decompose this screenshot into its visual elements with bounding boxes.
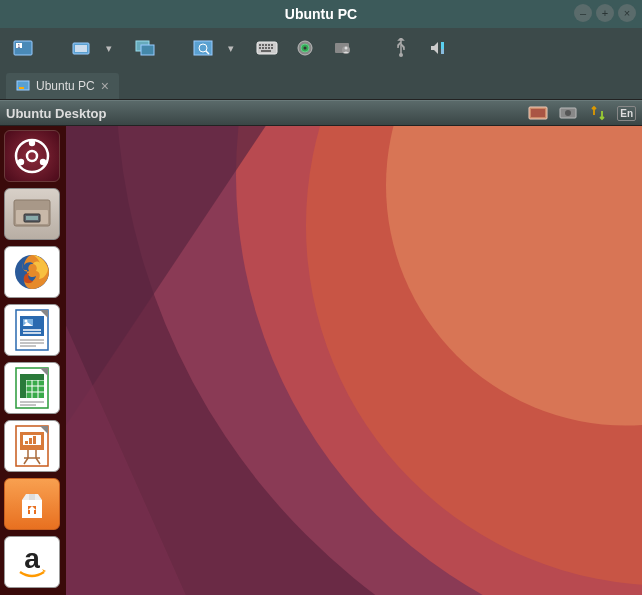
svg-rect-18: [265, 47, 267, 49]
tab-label: Ubuntu PC: [36, 79, 95, 93]
svg-rect-19: [268, 47, 270, 49]
language-indicator[interactable]: En: [617, 106, 636, 121]
svg-rect-6: [141, 45, 154, 55]
svg-rect-16: [259, 47, 261, 49]
guest-desktop: a: [0, 126, 642, 595]
take-snapshot-icon[interactable]: [68, 35, 94, 61]
tab-ubuntu-pc[interactable]: Ubuntu PC ×: [6, 73, 119, 99]
svg-rect-32: [19, 87, 24, 89]
svg-rect-45: [26, 216, 38, 220]
launcher-writer[interactable]: [4, 304, 60, 356]
network-indicator-icon[interactable]: [587, 104, 609, 122]
svg-rect-17: [262, 47, 264, 49]
files-icon: [10, 194, 54, 234]
launcher-files[interactable]: [4, 188, 60, 240]
audio-icon[interactable]: [426, 35, 452, 61]
minimize-button[interactable]: –: [574, 4, 592, 22]
toolbar: 1 ▾ ▾: [0, 28, 642, 68]
svg-rect-7: [194, 41, 212, 55]
svg-point-38: [29, 140, 35, 146]
maximize-button[interactable]: +: [596, 4, 614, 22]
window-controls: – + ×: [574, 4, 636, 22]
svg-point-28: [399, 53, 403, 57]
desktop-wallpaper[interactable]: [66, 126, 642, 595]
display-indicator-icon[interactable]: [527, 104, 549, 122]
svg-point-41: [27, 151, 37, 161]
keyboard-icon[interactable]: [254, 35, 280, 61]
guest-indicators: En: [527, 104, 636, 122]
tabbar: Ubuntu PC ×: [0, 68, 642, 100]
svg-rect-4: [75, 45, 87, 52]
launcher-firefox[interactable]: [4, 246, 60, 298]
launcher-dash[interactable]: [4, 130, 60, 182]
toolbar-dropdown-2[interactable]: ▾: [228, 42, 242, 55]
amazon-icon: a: [12, 542, 52, 582]
svg-rect-65: [20, 374, 44, 380]
svg-rect-71: [25, 441, 28, 444]
firefox-icon: [11, 251, 53, 293]
svg-rect-11: [259, 44, 261, 46]
svg-rect-73: [33, 436, 36, 444]
impress-icon: [12, 424, 52, 468]
svg-point-24: [304, 47, 307, 50]
software-icon: [12, 484, 52, 524]
svg-text:1: 1: [18, 43, 21, 49]
launcher-amazon[interactable]: a: [4, 536, 60, 588]
window-title: Ubuntu PC: [0, 6, 642, 22]
view-mode-icon[interactable]: 1: [10, 35, 36, 61]
guest-infobar: Ubuntu Desktop En: [0, 100, 642, 126]
shared-folder-icon[interactable]: [330, 35, 356, 61]
seamless-icon[interactable]: [190, 35, 216, 61]
svg-point-40: [18, 159, 24, 165]
svg-point-27: [345, 47, 348, 50]
settings-icon[interactable]: [292, 35, 318, 61]
vm-window: Ubuntu PC – + × 1 ▾ ▾: [0, 0, 642, 595]
usb-icon[interactable]: [388, 35, 414, 61]
close-button[interactable]: ×: [618, 4, 636, 22]
svg-rect-13: [265, 44, 267, 46]
disk-indicator-icon[interactable]: [557, 104, 579, 122]
launcher-impress[interactable]: [4, 420, 60, 472]
tab-monitor-icon: [16, 80, 30, 92]
dash-icon: [12, 136, 52, 176]
unity-launcher: a: [0, 126, 66, 595]
svg-point-36: [565, 110, 571, 116]
titlebar: Ubuntu PC – + ×: [0, 0, 642, 28]
svg-point-39: [40, 159, 46, 165]
launcher-software[interactable]: [4, 478, 60, 530]
svg-text:a: a: [24, 543, 40, 574]
svg-rect-12: [262, 44, 264, 46]
fullscreen-icon[interactable]: [132, 35, 158, 61]
launcher-calc[interactable]: [4, 362, 60, 414]
svg-rect-21: [261, 50, 271, 52]
svg-rect-15: [271, 44, 273, 46]
toolbar-dropdown-1[interactable]: ▾: [106, 42, 120, 55]
svg-rect-20: [271, 47, 273, 49]
writer-icon: [12, 308, 52, 352]
svg-rect-30: [441, 42, 444, 49]
tab-close-icon[interactable]: ×: [101, 79, 109, 93]
svg-rect-34: [531, 109, 545, 117]
guest-title: Ubuntu Desktop: [6, 106, 106, 121]
svg-rect-72: [29, 438, 32, 444]
svg-rect-14: [268, 44, 270, 46]
calc-icon: [12, 366, 52, 410]
